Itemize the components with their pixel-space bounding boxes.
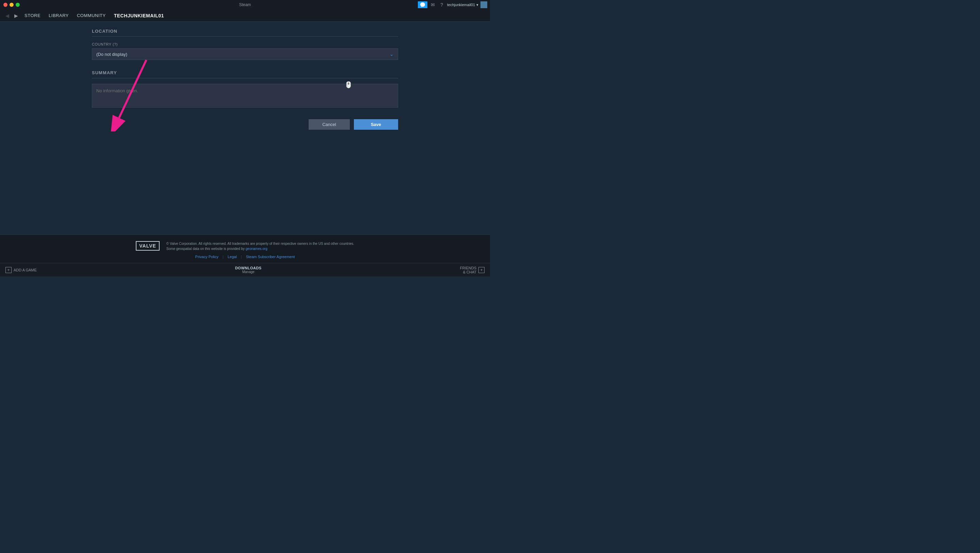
- downloads-sub: Manage: [235, 270, 262, 274]
- nav-store[interactable]: STORE: [21, 11, 44, 19]
- country-dropdown[interactable]: (Do not display) ⌄: [92, 48, 398, 60]
- titlebar: Steam ✉ ? techjunkiemail01 ▾: [0, 0, 490, 10]
- valve-logo: VALVE: [136, 241, 159, 251]
- country-label: COUNTRY (?): [92, 42, 398, 46]
- window-controls[interactable]: [3, 3, 20, 7]
- add-game-icon: +: [5, 267, 11, 273]
- add-game-label: ADD A GAME: [14, 268, 37, 272]
- summary-input[interactable]: [92, 84, 398, 108]
- location-section: LOCATION COUNTRY (?) (Do not display) ⌄: [92, 29, 398, 60]
- downloads-button[interactable]: DOWNLOADS Manage: [235, 266, 262, 274]
- cancel-button[interactable]: Cancel: [309, 119, 350, 130]
- back-button[interactable]: ◀: [3, 12, 11, 19]
- user-dropdown-arrow: ▾: [476, 3, 479, 7]
- steam-chat-icon[interactable]: [418, 2, 427, 8]
- friends-label: FRIENDS& CHAT: [460, 266, 476, 274]
- friends-chat-button[interactable]: FRIENDS& CHAT +: [460, 266, 485, 274]
- page-area: LOCATION COUNTRY (?) (Do not display) ⌄ …: [92, 22, 398, 137]
- downloads-label: DOWNLOADS: [235, 266, 262, 270]
- geo-text: Some geospatial data on this website is …: [166, 247, 245, 251]
- nav-library[interactable]: LIBRARY: [45, 11, 72, 19]
- privacy-policy-link[interactable]: Privacy Policy: [195, 255, 218, 259]
- minimize-button[interactable]: [10, 3, 14, 7]
- footer: VALVE © Valve Corporation. All rights re…: [0, 234, 490, 263]
- summary-section: SUMMARY 🖱️: [92, 70, 398, 109]
- titlebar-right-controls: ✉ ? techjunkiemail01 ▾: [418, 2, 487, 8]
- user-menu[interactable]: techjunkiemail01 ▾: [447, 3, 479, 7]
- save-button[interactable]: Save: [354, 119, 398, 130]
- dropdown-arrow-icon: ⌄: [390, 51, 394, 57]
- footer-links: Privacy Policy | Legal | Steam Subscribe…: [0, 255, 490, 259]
- form-buttons: Cancel Save: [92, 119, 398, 130]
- bottom-bar: + ADD A GAME DOWNLOADS Manage FRIENDS& C…: [0, 263, 490, 276]
- friends-chat-icon: +: [479, 267, 485, 273]
- copyright-text: © Valve Corporation. All rights reserved…: [166, 242, 354, 245]
- user-avatar[interactable]: [480, 2, 487, 8]
- maximize-button[interactable]: [16, 3, 20, 7]
- nav-community[interactable]: COMMUNITY: [73, 11, 109, 19]
- legal-link[interactable]: Legal: [228, 255, 237, 259]
- footer-text: © Valve Corporation. All rights reserved…: [166, 241, 354, 251]
- ssa-link[interactable]: Steam Subscriber Agreement: [246, 255, 295, 259]
- country-value: (Do not display): [96, 52, 127, 57]
- location-header: LOCATION: [92, 29, 398, 37]
- main-content: LOCATION COUNTRY (?) (Do not display) ⌄ …: [0, 22, 490, 249]
- separator-1: |: [223, 255, 224, 259]
- nav-username[interactable]: TECHJUNKIEMAIL01: [111, 11, 167, 20]
- add-game-button[interactable]: + ADD A GAME: [5, 267, 37, 273]
- separator-2: |: [241, 255, 242, 259]
- username-label: techjunkiemail01: [447, 3, 475, 7]
- footer-inner: VALVE © Valve Corporation. All rights re…: [0, 241, 490, 251]
- geonames-link[interactable]: geonames.org: [246, 247, 267, 251]
- close-button[interactable]: [3, 3, 8, 7]
- mail-icon[interactable]: ✉: [430, 2, 436, 8]
- window-title: Steam: [239, 2, 251, 7]
- help-icon[interactable]: ?: [438, 2, 445, 8]
- navbar: ◀ ▶ STORE LIBRARY COMMUNITY TECHJUNKIEMA…: [0, 10, 490, 22]
- forward-button[interactable]: ▶: [12, 12, 20, 19]
- summary-header: SUMMARY: [92, 70, 398, 78]
